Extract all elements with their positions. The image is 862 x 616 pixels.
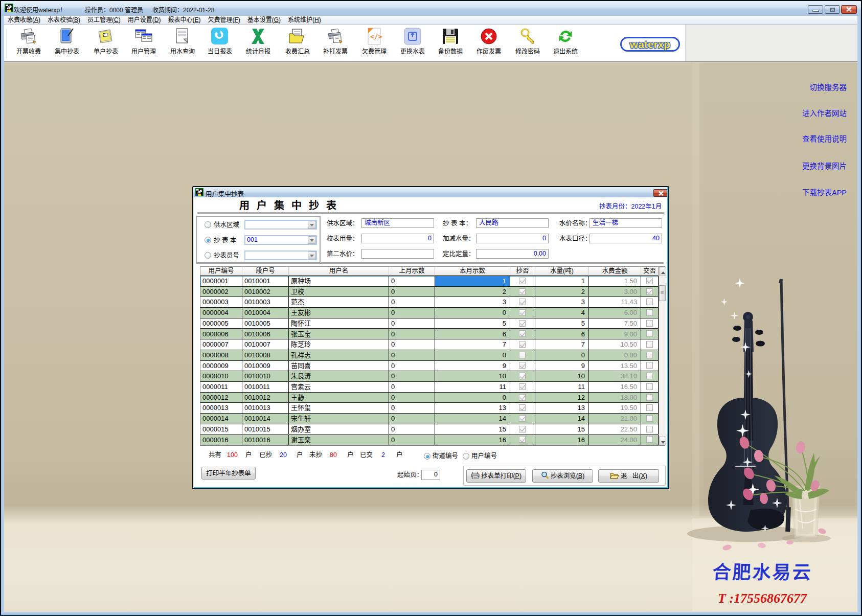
svg-text:</>: </>: [370, 33, 382, 40]
svg-text:合肥水易云: 合肥水易云: [712, 562, 813, 583]
svg-text:T :17556867677: T :17556867677: [718, 591, 807, 606]
